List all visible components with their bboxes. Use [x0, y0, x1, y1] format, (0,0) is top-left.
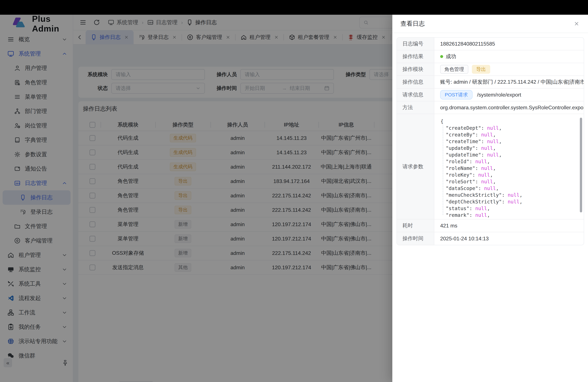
json-line: "deptCheckStrictly": null, — [441, 198, 523, 205]
detail-label: 请求信息 — [397, 88, 434, 101]
json-line: "dataScope": null, — [441, 185, 523, 192]
detail-row-操作信息: 操作信息账号: admin / 研发部门 / 222.175.114.242 /… — [397, 76, 584, 88]
detail-label: 操作时间 — [397, 232, 434, 245]
detail-row-操作时间: 操作时间2025-01-24 10:14:13 — [397, 232, 584, 245]
json-line: "createDept": null, — [441, 125, 523, 131]
json-line: "roleId": null, — [441, 158, 523, 165]
detail-value: 421 ms — [440, 223, 457, 229]
view-log-drawer: 查看日志 日志编号1882612840802115585操作结果成功操作模块角色… — [392, 15, 588, 382]
module-tag: 角色管理 — [440, 65, 468, 74]
detail-label: 方法 — [397, 101, 434, 114]
json-line: "menuCheckStrictly": null, — [441, 192, 523, 198]
detail-row-请求信息: 请求信息POST请求/system/role/export — [397, 88, 584, 101]
json-line: "roleSort": null, — [441, 178, 523, 185]
detail-row-操作模块: 操作模块角色管理导出 — [397, 63, 584, 76]
detail-label: 耗时 — [397, 219, 434, 232]
json-line: { — [441, 118, 523, 125]
detail-label: 操作信息 — [397, 76, 434, 88]
json-line: "createBy": null, — [441, 131, 523, 138]
detail-value: 1882612840802115585 — [440, 41, 495, 47]
request-url: /system/role/export — [477, 92, 521, 98]
module-tag: 导出 — [472, 65, 490, 74]
detail-row-方法: 方法org.dromara.system.controller.system.S… — [397, 101, 584, 114]
detail-row-耗时: 耗时421 ms — [397, 219, 584, 232]
detail-row-操作结果: 操作结果成功 — [397, 50, 584, 63]
json-scrollbar[interactable] — [580, 118, 582, 212]
detail-label: 操作模块 — [397, 63, 434, 75]
detail-value: 成功 — [446, 53, 456, 60]
http-method-tag: POST请求 — [440, 90, 473, 100]
log-detail-table: 日志编号1882612840802115585操作结果成功操作模块角色管理导出操… — [397, 37, 584, 245]
json-line: "updateTime": null, — [441, 151, 523, 158]
drawer-header: 查看日志 — [392, 15, 588, 33]
detail-row-日志编号: 日志编号1882612840802115585 — [397, 38, 584, 50]
drawer-title: 查看日志 — [400, 20, 573, 28]
detail-label: 请求参数 — [397, 114, 434, 219]
detail-value: org.dromara.system.controller.system.Sys… — [440, 105, 584, 111]
detail-value: 账号: admin / 研发部门 / 222.175.114.242 / 中国|… — [440, 78, 584, 85]
detail-label: 操作结果 — [397, 50, 434, 63]
detail-value: 2025-01-24 10:14:13 — [440, 236, 489, 242]
close-icon[interactable] — [573, 21, 580, 27]
json-line: "roleKey": null, — [441, 171, 523, 178]
request-params-json[interactable]: {"createDept": null,"createBy": null,"cr… — [434, 114, 584, 219]
json-line: "createTime": null, — [441, 138, 523, 145]
json-line: "remark": null, — [441, 212, 523, 218]
json-line: "updateBy": null, — [441, 145, 523, 151]
json-line: "roleName": null, — [441, 165, 523, 171]
json-line: "status": null, — [441, 205, 523, 212]
success-dot-icon — [440, 55, 443, 58]
detail-row-请求参数: 请求参数{"createDept": null,"createBy": null… — [397, 114, 584, 219]
detail-label: 日志编号 — [397, 38, 434, 50]
